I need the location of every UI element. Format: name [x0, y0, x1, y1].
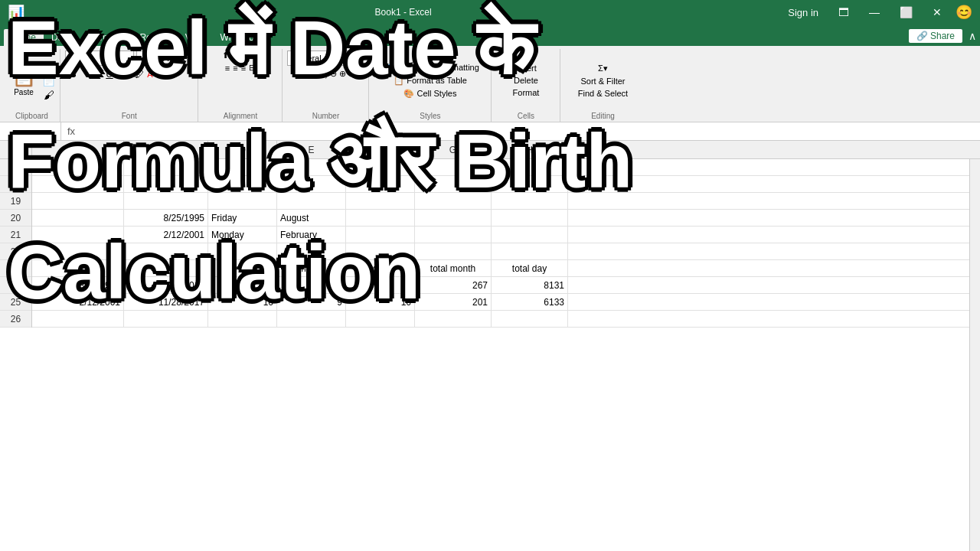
cell-e17[interactable] — [277, 159, 346, 175]
cell-g26[interactable] — [415, 311, 492, 327]
cell-e19[interactable] — [277, 193, 346, 209]
delete-button[interactable]: Delete — [514, 76, 538, 85]
restore-button[interactable]: 🗖 — [832, 5, 855, 20]
number-format-dropdown[interactable]: General — [287, 51, 364, 66]
cell-b26[interactable] — [32, 311, 124, 327]
cell-d26[interactable] — [208, 311, 277, 327]
cell-b19[interactable] — [32, 193, 124, 209]
maximize-button[interactable]: ⬜ — [893, 5, 919, 20]
cell-g21[interactable] — [415, 227, 492, 243]
cell-h20[interactable] — [492, 210, 568, 226]
cell-c19[interactable] — [124, 193, 208, 209]
cell-d17[interactable] — [208, 159, 277, 175]
cell-f19[interactable] — [346, 193, 415, 209]
cell-f18[interactable] — [346, 176, 415, 192]
cell-f17[interactable] — [346, 159, 415, 175]
tab-data[interactable]: Data — [44, 29, 78, 46]
minimize-button[interactable]: — — [863, 5, 886, 20]
cell-b22[interactable] — [32, 243, 124, 259]
cell-e20[interactable]: August — [277, 210, 346, 226]
cell-h24[interactable]: 8131 — [492, 277, 568, 293]
cell-g23[interactable]: total month — [415, 260, 492, 276]
cell-b25[interactable]: 2/12/2001 — [32, 294, 124, 310]
increase-font-button[interactable]: A▲ — [163, 54, 177, 63]
cell-e26[interactable] — [277, 311, 346, 327]
cell-c26[interactable] — [124, 311, 208, 327]
cell-g18[interactable] — [415, 176, 492, 192]
close-button[interactable]: ✕ — [926, 5, 948, 20]
align-left-button[interactable]: ≡ — [225, 63, 230, 73]
cell-b21[interactable] — [32, 227, 124, 243]
wrap-text-button[interactable]: ≡ — [253, 51, 258, 60]
cell-d24[interactable]: 22 — [208, 277, 277, 293]
cell-d19[interactable] — [208, 193, 277, 209]
row-26[interactable]: 26 — [0, 311, 31, 328]
cell-c24[interactable]: 11/28/2017 — [124, 277, 208, 293]
cell-d20[interactable]: Friday — [208, 210, 277, 226]
tab-home[interactable]: Home — [4, 29, 44, 46]
align-middle-button[interactable]: ↔ — [232, 51, 240, 60]
cell-g20[interactable] — [415, 210, 492, 226]
row-17[interactable]: 17 — [0, 159, 31, 176]
font-family-input[interactable]: Calibri — [65, 51, 134, 66]
cut-button[interactable]: ✂ — [42, 60, 55, 72]
autosum-button[interactable]: Σ▾ — [598, 64, 608, 73]
cell-c23[interactable] — [124, 260, 208, 276]
cell-e21[interactable]: February — [277, 227, 346, 243]
italic-button[interactable]: I — [83, 68, 99, 80]
cell-b20[interactable] — [32, 210, 124, 226]
format-painter-button[interactable]: 🖌 — [42, 89, 55, 101]
cell-e24[interactable]: 3 — [277, 277, 346, 293]
cell-b24[interactable]: 8/25/1995 — [32, 277, 124, 293]
align-right-button[interactable]: ≡ — [241, 63, 246, 73]
paste-button[interactable]: 📋 — [11, 64, 36, 88]
conditional-formatting-button[interactable]: 📊 Conditional Formatting — [381, 63, 479, 73]
col-header-e[interactable]: E — [277, 141, 346, 158]
cell-e18[interactable] — [277, 176, 346, 192]
cell-c22[interactable] — [124, 243, 208, 259]
cell-d23[interactable]: year — [208, 260, 277, 276]
row-22[interactable]: 22 — [0, 243, 31, 260]
cell-b17[interactable] — [32, 159, 124, 175]
currency-button[interactable]: $ — [305, 68, 311, 80]
border-button[interactable]: ⊞ — [120, 69, 127, 79]
tab-view[interactable]: View — [178, 29, 213, 46]
cell-g25[interactable]: 201 — [415, 294, 492, 310]
percent-button[interactable]: % — [313, 68, 322, 80]
col-header-f[interactable]: F — [346, 141, 415, 158]
cell-f23[interactable]: day — [346, 260, 415, 276]
insert-button[interactable]: Insert — [515, 64, 537, 73]
underline-button[interactable]: U — [102, 68, 117, 80]
cell-h23[interactable]: total day — [492, 260, 568, 276]
cell-e25[interactable]: 9 — [277, 294, 346, 310]
cell-b23[interactable] — [32, 260, 124, 276]
decrease-decimal-button[interactable]: ⊖ — [330, 68, 337, 80]
cell-f21[interactable] — [346, 227, 415, 243]
tab-review[interactable]: Review — [132, 29, 177, 46]
cell-e22[interactable] — [277, 243, 346, 259]
share-button[interactable]: 🔗 Share — [909, 29, 962, 43]
cell-c25[interactable]: 11/28/2017 — [124, 294, 208, 310]
cell-f20[interactable] — [346, 210, 415, 226]
row-24[interactable]: 24 — [0, 277, 31, 294]
col-header-g[interactable]: G — [415, 141, 492, 158]
row-21[interactable]: 21 — [0, 227, 31, 243]
sort-filter-button[interactable]: Sort & Filter — [580, 77, 625, 86]
col-header-h[interactable]: H — [492, 141, 568, 158]
cell-d18[interactable] — [208, 176, 277, 192]
cell-h22[interactable] — [492, 243, 568, 259]
fill-color-button[interactable]: A🖊 — [130, 70, 144, 79]
cell-h21[interactable] — [492, 227, 568, 243]
cell-c21[interactable]: 2/12/2001 — [124, 227, 208, 243]
col-header-c[interactable]: C — [124, 141, 208, 158]
format-button[interactable]: Format — [513, 88, 540, 97]
font-color-button[interactable]: A — [147, 70, 152, 79]
ribbon-collapse-button[interactable]: ∧ — [969, 30, 976, 42]
row-23[interactable]: 23 — [0, 260, 31, 277]
tab-whatyou[interactable]: What you... — [213, 29, 275, 46]
align-bottom-button[interactable]: ⬇ — [243, 51, 250, 60]
cell-f26[interactable] — [346, 311, 415, 327]
decrease-font-button[interactable]: A▼ — [179, 54, 193, 63]
col-header-d[interactable]: D — [208, 141, 277, 158]
cell-d25[interactable]: 16 — [208, 294, 277, 310]
